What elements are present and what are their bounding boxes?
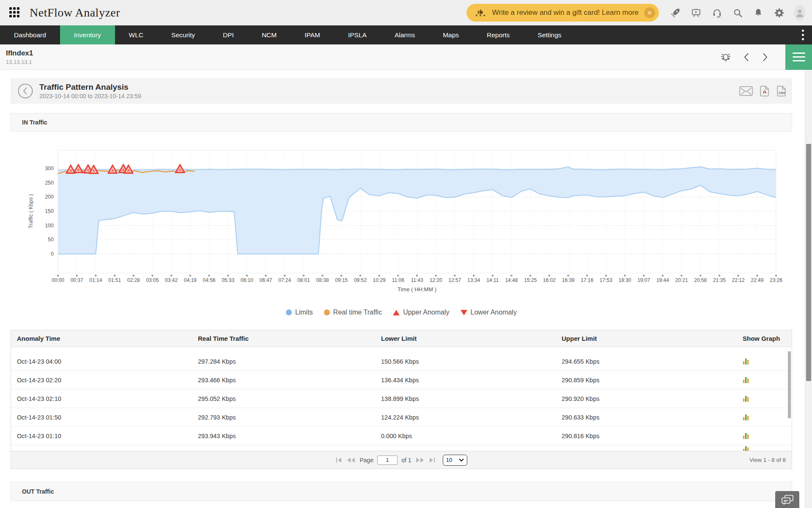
traffic-pattern-chart: 00:0000:3701:1401:5102:2803:0503:4204:19… xyxy=(11,133,792,303)
legend-item[interactable]: Limits xyxy=(286,309,313,316)
nav-item-alarms[interactable]: Alarms xyxy=(381,25,429,44)
back-button[interactable] xyxy=(17,83,33,99)
table-cell: 295.052 Kbps xyxy=(198,395,381,402)
svg-text:20:21: 20:21 xyxy=(675,277,688,283)
report-title: Traffic Pattern Analysis xyxy=(39,83,141,92)
last-page-button[interactable] xyxy=(428,457,436,464)
svg-text:12:57: 12:57 xyxy=(448,277,461,283)
show-graph-icon[interactable] xyxy=(743,432,792,439)
svg-text:11:43: 11:43 xyxy=(411,277,423,283)
report-date-range: 2023-10-14 00:00 to 2023-10-14 23:59 xyxy=(39,93,141,99)
next-interface-button[interactable] xyxy=(761,52,769,63)
svg-text:04:56: 04:56 xyxy=(203,277,215,283)
nav-item-ipam[interactable]: IPAM xyxy=(291,25,334,44)
pagination-bar: Page of 1 10 View 1 - 8 of 8 xyxy=(11,451,792,469)
svg-text:06:47: 06:47 xyxy=(260,277,272,283)
table-scrollbar-thumb[interactable] xyxy=(788,351,791,418)
legend-item[interactable]: Upper Anomaly xyxy=(393,309,449,316)
presentation-play-icon[interactable] xyxy=(691,7,702,18)
svg-text:03:42: 03:42 xyxy=(165,277,178,283)
svg-text:09:52: 09:52 xyxy=(354,277,367,283)
table-cell: 124.224 Kbps xyxy=(381,414,562,421)
nav-item-settings[interactable]: Settings xyxy=(524,25,575,44)
svg-text:19:44: 19:44 xyxy=(656,277,669,283)
column-header: Real Time Traffic xyxy=(198,335,381,342)
svg-text:14:11: 14:11 xyxy=(486,277,499,283)
legend-item[interactable]: Real time Traffic xyxy=(324,309,382,316)
headset-icon[interactable] xyxy=(711,7,722,18)
user-avatar[interactable] xyxy=(794,7,805,18)
show-graph-icon[interactable] xyxy=(743,414,792,421)
limits-marker xyxy=(286,309,292,315)
svg-text:13:34: 13:34 xyxy=(467,277,480,283)
csv-export-icon[interactable]: CSV xyxy=(776,85,787,97)
page-number-input[interactable] xyxy=(377,456,398,465)
table-cell: Oct-14-23 02:10 xyxy=(17,395,198,402)
view-count-label: View 1 - 8 of 8 xyxy=(749,457,786,463)
email-icon[interactable] xyxy=(739,86,753,97)
svg-text:21:35: 21:35 xyxy=(713,277,726,283)
feedback-button[interactable] xyxy=(775,491,799,508)
pdf-export-icon[interactable] xyxy=(759,85,770,97)
search-icon[interactable] xyxy=(732,7,743,18)
bell-icon[interactable] xyxy=(753,7,764,18)
svg-text:150: 150 xyxy=(45,208,54,214)
svg-text:12:20: 12:20 xyxy=(430,277,442,283)
nav-item-inventory[interactable]: Inventory xyxy=(60,25,115,44)
column-header: Lower Limit xyxy=(381,335,562,342)
show-graph-icon[interactable] xyxy=(743,445,792,451)
table-row: Oct-14-23 04:00297.284 Kbps150.566 Kbps2… xyxy=(11,352,792,371)
table-row: Oct-14-23 01:50292.793 Kbps124.224 Kbps2… xyxy=(11,408,792,427)
nav-item-reports[interactable]: Reports xyxy=(473,25,524,44)
banner-close-icon[interactable]: ✕ xyxy=(644,7,655,18)
nav-item-ipsla[interactable]: IPSLA xyxy=(334,25,381,44)
review-banner-text: Write a review and win a gift card! Lear… xyxy=(492,8,639,17)
table-body: Oct-14-23 04:00297.284 Kbps150.566 Kbps2… xyxy=(11,347,792,451)
first-page-button[interactable] xyxy=(335,457,343,464)
upper-anomaly-marker xyxy=(393,310,400,315)
nav-item-security[interactable]: Security xyxy=(157,25,209,44)
svg-text:300: 300 xyxy=(45,166,54,171)
out-traffic-section-header: OUT Traffic xyxy=(11,482,792,501)
nav-item-wlc[interactable]: WLC xyxy=(115,25,157,44)
topbar-icon-row xyxy=(670,7,805,18)
legend-item[interactable]: Lower Anomaly xyxy=(461,309,517,316)
table-cell: 290.633 Kbps xyxy=(562,414,743,421)
table-row: Oct-14-23 02:20293.466 Kbps136.434 Kbps2… xyxy=(11,371,792,389)
svg-text:09:15: 09:15 xyxy=(335,277,348,283)
table-cell: 293.943 Kbps xyxy=(198,433,381,439)
svg-text:50: 50 xyxy=(48,237,54,243)
app-title: NetFlow Analyzer xyxy=(30,6,120,19)
anomaly-table: Anomaly TimeReal Time TrafficLower Limit… xyxy=(11,330,792,469)
alarm-bell-icon[interactable] xyxy=(719,51,732,63)
nav-item-dashboard[interactable]: Dashboard xyxy=(0,25,60,44)
interface-ip: 13.13.13.1 xyxy=(6,59,33,65)
gear-icon[interactable] xyxy=(774,7,785,18)
nav-overflow-kebab-icon[interactable] xyxy=(798,25,807,44)
scrollbar-thumb[interactable] xyxy=(806,144,811,381)
show-graph-icon[interactable] xyxy=(743,376,792,384)
table-cell: 297.284 Kbps xyxy=(198,358,381,365)
column-header: Upper Limit xyxy=(562,335,743,342)
review-banner[interactable]: ★★★ Write a review and win a gift card! … xyxy=(466,4,659,22)
next-page-button[interactable] xyxy=(415,457,425,464)
svg-text:08:01: 08:01 xyxy=(297,277,310,283)
nav-item-maps[interactable]: Maps xyxy=(429,25,473,44)
nav-item-dpi[interactable]: DPI xyxy=(209,25,248,44)
prev-page-button[interactable] xyxy=(346,457,356,464)
page-scrollbar[interactable] xyxy=(805,70,812,508)
table-cell: Oct-14-23 02:20 xyxy=(17,377,198,384)
lower-anomaly-marker xyxy=(461,310,467,315)
chevron-down-icon xyxy=(459,458,464,462)
table-cell: 292.793 Kbps xyxy=(198,414,381,421)
rocket-icon[interactable] xyxy=(670,7,681,18)
page-size-select[interactable]: 10 xyxy=(443,455,467,466)
svg-text:01:14: 01:14 xyxy=(89,277,102,283)
nav-item-ncm[interactable]: NCM xyxy=(248,25,291,44)
app-launcher-icon[interactable] xyxy=(9,7,20,18)
prev-interface-button[interactable] xyxy=(742,52,751,63)
header-menu-button[interactable] xyxy=(785,44,812,70)
show-graph-icon[interactable] xyxy=(743,395,792,402)
show-graph-icon[interactable] xyxy=(743,358,792,365)
table-cell: Oct-14-23 01:50 xyxy=(17,414,198,421)
